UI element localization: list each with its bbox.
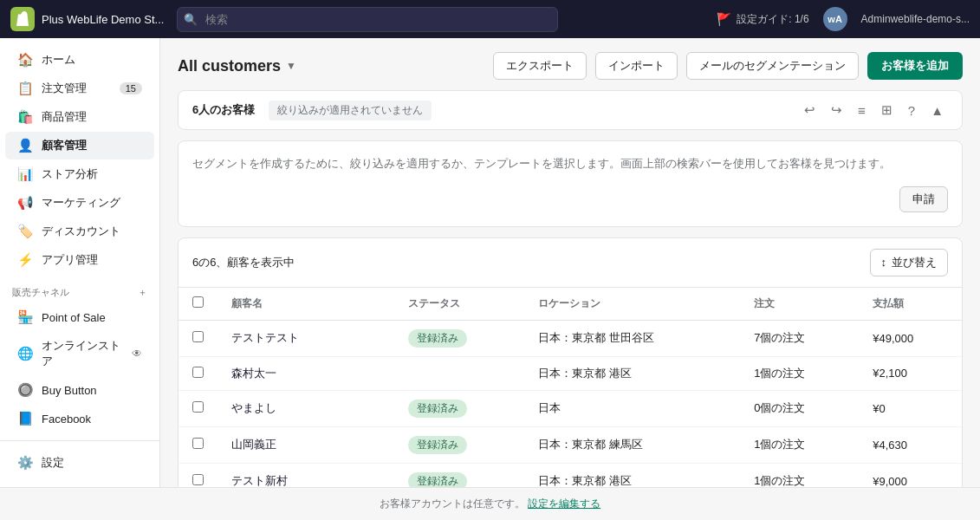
sidebar-item-products[interactable]: 🛍️ 商品管理	[5, 103, 154, 131]
segment-text: セグメントを作成するために、絞り込みを適用するか、テンプレートを選択します。画面…	[192, 155, 948, 172]
customer-location-2: 日本	[524, 390, 740, 426]
view-toggle-button[interactable]: ⊞	[877, 100, 897, 120]
sidebar-item-online[interactable]: 🌐 オンラインストア 👁	[5, 332, 154, 375]
table-row: テスト新村 登録済み 日本：東京都 港区 1個の注文 ¥9,000	[178, 463, 962, 487]
sidebar-label-home: ホーム	[42, 52, 75, 68]
sidebar-item-customers[interactable]: 👤 顧客管理	[5, 132, 154, 159]
redo-button[interactable]: ↪	[827, 100, 847, 120]
analytics-icon: 📊	[17, 166, 33, 182]
table-header-row: 顧客名 ステータス ロケーション 注文 支払額	[178, 288, 962, 321]
import-button[interactable]: インポート	[595, 52, 678, 80]
marketing-icon: 📢	[17, 195, 33, 211]
online-icon: 🌐	[17, 346, 33, 361]
segment-button[interactable]: メールのセグメンテーション	[686, 52, 859, 80]
sidebar-item-orders[interactable]: 📋 注文管理 15	[5, 75, 154, 102]
app-title: Plus WebLife Demo St...	[42, 13, 164, 26]
sidebar-label-apps: アプリ管理	[42, 252, 98, 268]
undo-button[interactable]: ↩	[800, 100, 820, 120]
sidebar-label-online: オンラインストア	[42, 338, 123, 369]
sidebar-item-home[interactable]: 🏠 ホーム	[5, 46, 154, 74]
eye-icon-online[interactable]: 👁	[132, 348, 142, 360]
customer-name-4[interactable]: テスト新村	[217, 463, 394, 487]
customer-name-2[interactable]: やまよし	[217, 390, 394, 426]
apps-icon: ⚡	[17, 252, 33, 268]
channels-label: 販売チャネル	[12, 286, 69, 299]
sidebar-label-customers: 顧客管理	[42, 138, 87, 153]
customer-payment-1: ¥2,100	[859, 356, 962, 390]
sidebar-item-discounts[interactable]: 🏷️ ディスカウント	[5, 218, 154, 245]
pos-icon: 🏪	[17, 309, 33, 325]
row-checkbox-4[interactable]	[192, 474, 204, 485]
export-button[interactable]: エクスポート	[493, 52, 587, 80]
select-all-checkbox[interactable]	[192, 296, 204, 308]
customer-payment-2: ¥0	[859, 390, 962, 426]
guide-label: 設定ガイド: 1/6	[737, 12, 808, 27]
facebook-icon: 📘	[17, 411, 33, 426]
footer: お客様アカウントは任意です。 設定を編集する	[0, 487, 980, 520]
topbar-right: 🚩 設定ガイド: 1/6 wA Adminweblife-demo-s...	[717, 7, 970, 31]
customers-icon: 👤	[17, 138, 33, 153]
search-area: 🔍	[177, 7, 558, 32]
customer-orders-1: 1個の注文	[740, 356, 859, 390]
channels-section-header: 販売チャネル ＋	[0, 277, 159, 302]
sort-icon: ↕	[881, 256, 887, 269]
row-checkbox-2[interactable]	[192, 401, 204, 413]
customer-status-3: 登録済み	[394, 426, 524, 463]
table-header-bar: 6の6、顧客を表示中 ↕ 並び替え	[178, 238, 962, 288]
customer-location-1: 日本：東京都 港区	[524, 356, 740, 390]
sidebar-item-settings[interactable]: ⚙️ 設定	[5, 449, 154, 477]
help-button[interactable]: ?	[904, 101, 919, 120]
footer-link[interactable]: 設定を編集する	[528, 497, 600, 510]
sidebar-item-pos[interactable]: 🏪 Point of Sale	[5, 303, 154, 331]
customer-orders-0: 7個の注文	[740, 320, 859, 356]
title-dropdown-arrow[interactable]: ▼	[286, 60, 296, 72]
guide-indicator[interactable]: 🚩 設定ガイド: 1/6	[717, 12, 808, 27]
sidebar-item-apps[interactable]: ⚡ アプリ管理	[5, 246, 154, 274]
sidebar-label-analytics: ストア分析	[42, 166, 98, 182]
customer-name-3[interactable]: 山岡義正	[217, 426, 394, 463]
customer-name-1[interactable]: 森村太一	[217, 356, 394, 390]
collapse-button[interactable]: ▲	[926, 101, 948, 120]
status-badge-3: 登録済み	[408, 436, 467, 454]
customer-count: 6人のお客様	[192, 102, 255, 118]
app-logo[interactable]: Plus WebLife Demo St...	[10, 7, 166, 31]
table-row: 山岡義正 登録済み 日本：東京都 練馬区 1個の注文 ¥4,630	[178, 426, 962, 463]
customer-name-0[interactable]: テストテスト	[217, 320, 394, 356]
customer-status-4: 登録済み	[394, 463, 524, 487]
add-customer-button[interactable]: お客様を追加	[867, 52, 963, 80]
row-checkbox-cell	[178, 356, 217, 390]
customer-table: 顧客名 ステータス ロケーション 注文 支払額 テストテスト 登録済み 日本：東…	[178, 288, 962, 488]
customer-payment-3: ¥4,630	[859, 426, 962, 463]
col-header-orders: 注文	[740, 288, 859, 321]
table-row: やまよし 登録済み 日本 0個の注文 ¥0	[178, 390, 962, 426]
apply-button[interactable]: 申請	[899, 186, 948, 212]
select-all-header	[178, 288, 217, 321]
table-head: 顧客名 ステータス ロケーション 注文 支払額	[178, 288, 962, 321]
avatar[interactable]: wA	[823, 7, 847, 31]
settings-icon: ⚙️	[17, 455, 33, 471]
table-body: テストテスト 登録済み 日本：東京都 世田谷区 7個の注文 ¥49,000 森村…	[178, 320, 962, 487]
sidebar-item-buy_button[interactable]: 🔘 Buy Button	[5, 376, 154, 404]
status-badge-2: 登録済み	[408, 400, 467, 418]
search-input[interactable]	[177, 7, 558, 32]
customer-orders-2: 0個の注文	[740, 390, 859, 426]
segment-info: セグメントを作成するために、絞り込みを適用するか、テンプレートを選択します。画面…	[178, 140, 963, 227]
row-checkbox-0[interactable]	[192, 331, 204, 342]
sidebar-item-analytics[interactable]: 📊 ストア分析	[5, 160, 154, 188]
customer-status-0: 登録済み	[394, 320, 524, 356]
home-icon: 🏠	[17, 52, 33, 68]
row-checkbox-1[interactable]	[192, 367, 204, 378]
table-row: 森村太一 日本：東京都 港区 1個の注文 ¥2,100	[178, 356, 962, 390]
col-header-name: 顧客名	[217, 288, 394, 321]
sidebar-item-facebook[interactable]: 📘 Facebook	[5, 405, 154, 432]
sidebar-label-facebook: Facebook	[42, 413, 91, 426]
orders-icon: 📋	[17, 81, 33, 96]
settings-label: 設定	[42, 455, 64, 471]
sidebar-item-marketing[interactable]: 📢 マーケティング	[5, 189, 154, 217]
filter-button[interactable]: ≡	[853, 101, 870, 120]
row-checkbox-3[interactable]	[192, 438, 204, 449]
status-badge-0: 登録済み	[408, 329, 467, 348]
add-channel-button[interactable]: ＋	[138, 286, 147, 299]
sort-button[interactable]: ↕ 並び替え	[870, 249, 949, 276]
sidebar-label-pos: Point of Sale	[42, 311, 106, 324]
